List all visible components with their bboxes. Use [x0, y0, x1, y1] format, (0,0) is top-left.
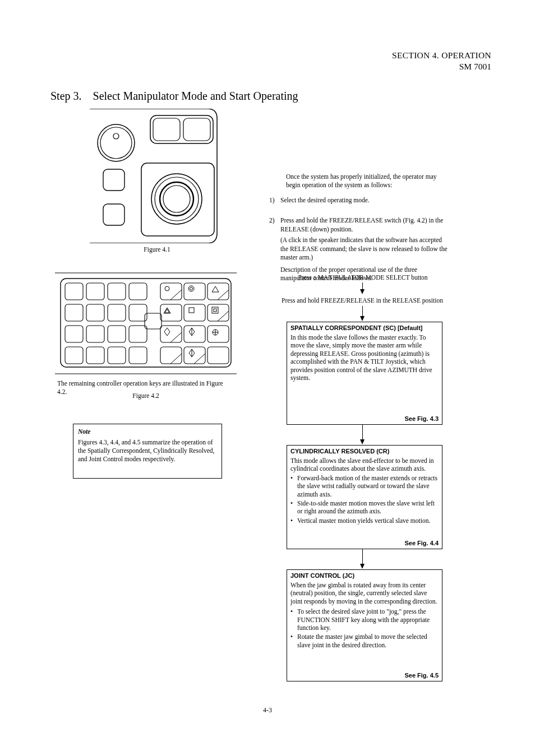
- flow-arrow-2-stem: [362, 306, 363, 316]
- cr-bullet-2: Side-to-side master motion moves the sla…: [297, 499, 439, 516]
- svg-rect-36: [184, 326, 205, 342]
- svg-point-3: [98, 124, 135, 161]
- svg-rect-42: [160, 347, 182, 364]
- note-label: Note: [78, 428, 90, 435]
- manual-number: SM 7001: [392, 62, 491, 72]
- cr-bullet-1: Forward-back motion of the master extend…: [297, 474, 439, 498]
- flow-arrow-3-head: [360, 439, 365, 444]
- svg-point-45: [165, 286, 169, 291]
- note-box: Note Figures 4.3, 4.4, and 4.5 summarize…: [73, 424, 222, 479]
- svg-point-48: [190, 287, 193, 290]
- cr-bullet-3: Vertical master motion yields vertical s…: [297, 517, 439, 525]
- svg-rect-41: [129, 347, 147, 364]
- svg-line-67: [194, 354, 205, 364]
- jc-body-c: Rotate the master jaw gimbal to move the…: [297, 633, 439, 649]
- svg-rect-40: [108, 347, 126, 364]
- sc-body: In this mode the slave follows the maste…: [290, 333, 439, 382]
- jc-heading: JOINT CONTROL (JC): [290, 572, 439, 579]
- svg-rect-25: [108, 304, 126, 321]
- flow-label-1: Press a MANIPULATOR MODE SELECT button: [287, 274, 439, 281]
- figure-4-2-keypad: [55, 272, 237, 375]
- svg-rect-43: [184, 347, 205, 364]
- jc-ref: See Fig. 4.5: [290, 672, 439, 679]
- flow-box-jc: JOINT CONTROL (JC) When the jaw gimbal i…: [287, 569, 442, 681]
- svg-line-58: [170, 332, 182, 342]
- flow-label-2: Press and hold FREEZE/RELEASE in the REL…: [273, 297, 452, 304]
- svg-line-50: [218, 290, 229, 300]
- svg-rect-28: [184, 304, 205, 321]
- svg-marker-57: [164, 328, 170, 336]
- cr-ref: See Fig. 4.4: [290, 540, 439, 546]
- svg-rect-18: [108, 283, 126, 300]
- item2a-text: Press and hold the FREEZE/RELEASE switch…: [280, 216, 449, 234]
- flow-arrow-3-stem: [362, 425, 363, 439]
- svg-rect-44: [207, 347, 229, 364]
- step-number: Step 3.: [50, 90, 82, 102]
- svg-rect-27: [160, 304, 182, 321]
- svg-marker-49: [212, 286, 219, 292]
- svg-rect-31: [65, 326, 83, 342]
- note-body: Figures 4.3, 4.4, and 4.5 summarize the …: [78, 439, 214, 462]
- svg-rect-34: [129, 326, 147, 342]
- svg-rect-17: [86, 283, 104, 300]
- step-title: Select Manipulator Mode and Start Operat…: [93, 90, 298, 102]
- svg-rect-33: [108, 326, 126, 342]
- header-block: SECTION 4. OPERATION SM 7001: [392, 50, 491, 72]
- right-intro: Once the system has properly initialized…: [286, 173, 451, 189]
- sc-ref: See Fig. 4.3: [290, 415, 439, 422]
- svg-point-10: [155, 177, 199, 221]
- item1-text: Select the desired operating mode.: [280, 196, 446, 205]
- svg-rect-16: [65, 283, 83, 300]
- item1-number: 1): [269, 196, 280, 205]
- flow-box-cr: CYLINDRICALLY RESOLVED (CR) This mode al…: [287, 445, 442, 549]
- svg-rect-1: [153, 118, 180, 141]
- cr-heading: CYLINDRICALLY RESOLVED (CR): [290, 448, 439, 454]
- figure-4-1-caption: Figure 4.1: [90, 246, 224, 253]
- figure-4-2-caption: Figure 4.2: [55, 392, 237, 399]
- jc-body-a: When the jaw gimbal is rotated away from…: [290, 581, 439, 605]
- flow-arrow-2-head: [360, 316, 365, 321]
- flow-arrow-4-head: [360, 564, 365, 569]
- svg-point-9: [151, 174, 202, 224]
- svg-point-4: [100, 127, 132, 159]
- flow-arrow-1-head: [360, 289, 365, 294]
- svg-line-46: [170, 290, 182, 300]
- svg-rect-54: [212, 307, 218, 313]
- svg-line-56: [218, 311, 229, 321]
- svg-rect-53: [189, 308, 194, 313]
- section-title: SECTION 4. OPERATION: [392, 50, 491, 61]
- figure-4-1-panel: [90, 109, 224, 243]
- svg-rect-6: [103, 169, 124, 191]
- svg-rect-23: [65, 304, 83, 321]
- svg-rect-2: [183, 118, 210, 141]
- svg-rect-38: [65, 347, 83, 364]
- mode-select-hidden: MANIPULATOR MODE SELECT Area The MANIPUL…: [233, 253, 234, 254]
- jc-body-b: To select the desired slave joint to "jo…: [297, 607, 439, 632]
- svg-rect-26: [129, 304, 147, 321]
- right-item-2: 2) Press and hold the FREEZE/RELEASE swi…: [269, 216, 449, 283]
- svg-rect-32: [86, 326, 104, 342]
- svg-rect-37: [207, 326, 229, 342]
- svg-rect-35: [160, 326, 182, 342]
- svg-marker-52: [165, 309, 169, 313]
- page-number: 4-3: [0, 706, 535, 715]
- svg-rect-0: [150, 115, 213, 143]
- svg-line-64: [170, 354, 182, 364]
- item2b-text: (A click in the speaker indicates that t…: [280, 236, 449, 262]
- svg-point-5: [113, 133, 119, 139]
- right-item-1: 1) Select the desired operating mode.: [269, 196, 446, 205]
- flow-arrow-4-stem: [362, 549, 363, 564]
- svg-rect-39: [86, 347, 104, 364]
- svg-rect-55: [214, 309, 216, 312]
- svg-point-12: [163, 185, 190, 212]
- flow-arrow-1-stem: [362, 282, 363, 289]
- svg-rect-20: [160, 283, 182, 300]
- svg-rect-24: [86, 304, 104, 321]
- sc-heading: SPATIALLY CORRESPONDENT (SC) [Default]: [290, 324, 439, 331]
- item2-number: 2): [269, 216, 280, 234]
- svg-point-47: [188, 286, 194, 291]
- svg-point-11: [160, 182, 193, 216]
- flow-box-sc: SPATIALLY CORRESPONDENT (SC) [Default] I…: [287, 322, 442, 425]
- svg-rect-19: [129, 283, 147, 300]
- svg-rect-21: [184, 283, 205, 300]
